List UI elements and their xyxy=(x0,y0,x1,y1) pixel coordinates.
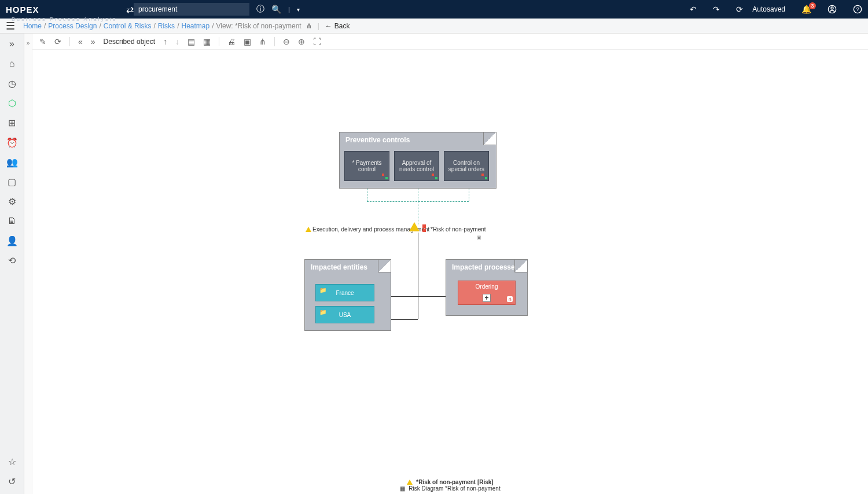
footer: *Risk of non-payment [Risk] ▦ Risk Diagr… xyxy=(32,477,868,494)
footer-title: *Risk of non-payment [Risk] xyxy=(416,479,493,485)
process-icon[interactable]: ⬡ xyxy=(6,97,18,109)
footer-subtitle: Risk Diagram *Risk of non-payment xyxy=(409,485,500,492)
crumb-control-risks[interactable]: Control & Risks xyxy=(104,22,152,30)
entity-label: USA xyxy=(339,312,351,318)
refresh-icon[interactable]: ⟳ xyxy=(736,5,743,14)
print-icon[interactable]: 🖨 xyxy=(227,37,236,46)
connector xyxy=(418,233,418,296)
user-icon[interactable]: 👤 xyxy=(6,235,18,246)
svg-point-1 xyxy=(831,7,833,9)
window-icon[interactable]: ▣ xyxy=(244,37,251,46)
process-ordering[interactable]: Ordering + ⋔ xyxy=(458,281,516,305)
redo-icon[interactable]: ↷ xyxy=(713,5,720,14)
people-icon[interactable]: 👥 xyxy=(6,156,18,168)
app-logo: HOPEX xyxy=(6,5,122,14)
link-icon: ⋔ xyxy=(507,296,513,302)
small-marker: ▣ xyxy=(477,235,481,240)
preventive-controls-group[interactable]: Preventive controls * Payments control A… xyxy=(339,132,496,189)
cycle-icon[interactable]: ⟲ xyxy=(6,255,18,266)
diagram-canvas[interactable]: Preventive controls * Payments control A… xyxy=(32,50,868,477)
chevron-down-icon[interactable]: ▾ xyxy=(297,6,300,13)
app-header: HOPEX Business Process Analysis ⇄ ⓘ 🔍 | … xyxy=(0,0,868,19)
control-special-orders[interactable]: Control on special orders xyxy=(444,151,489,181)
search-input[interactable] xyxy=(134,3,249,16)
search-icon[interactable]: 🔍 xyxy=(271,5,281,14)
diagram-toolbar: ✎ ⟳ « » Described object ↑ ↓ ▤ ▦ 🖨 ▣ ⋔ ⊖… xyxy=(32,34,868,50)
list-icon[interactable]: ▤ xyxy=(187,37,195,46)
info-icon[interactable]: ⓘ xyxy=(256,4,264,14)
help-icon[interactable]: ? xyxy=(853,5,862,14)
fold-corner xyxy=(483,132,496,145)
frame-icon[interactable]: ▢ xyxy=(6,176,18,187)
process-label: Ordering xyxy=(476,283,498,290)
swap-icon[interactable]: ⇄ xyxy=(126,4,134,15)
notification-icon[interactable]: 🔔3 xyxy=(801,5,811,14)
star-icon[interactable]: ☆ xyxy=(6,456,18,467)
folder-icon: 📁 xyxy=(319,309,326,315)
fold-corner xyxy=(378,260,391,272)
connector xyxy=(469,189,469,201)
warning-icon xyxy=(407,480,413,485)
breadcrumb-bar: ☰ Home / Process Design / Control & Risk… xyxy=(0,19,868,34)
share-icon[interactable]: ⋔ xyxy=(306,22,312,30)
risk-label-right[interactable]: *Risk of non-payment xyxy=(431,226,486,233)
panel-collapse[interactable]: » xyxy=(24,34,32,494)
expand-icon[interactable]: + xyxy=(483,294,491,302)
control-approval[interactable]: Approval of needs control xyxy=(394,151,439,181)
described-object-label[interactable]: Described object xyxy=(104,38,155,46)
control-label: * Payments control xyxy=(347,160,387,172)
entity-france[interactable]: 📁 France xyxy=(315,284,374,301)
arrow-up-icon[interactable]: ↑ xyxy=(163,37,167,46)
org-icon[interactable]: ⊞ xyxy=(6,117,18,128)
separator xyxy=(219,37,219,46)
edit-icon[interactable]: ✎ xyxy=(39,37,46,46)
fullscreen-icon[interactable]: ⛶ xyxy=(313,37,321,46)
nav-last-icon[interactable]: » xyxy=(91,37,95,46)
footer-row2: ▦ Risk Diagram *Risk of non-payment xyxy=(400,485,500,492)
footer-row1: *Risk of non-payment [Risk] xyxy=(407,479,493,485)
zoom-out-icon[interactable]: ⊖ xyxy=(283,37,290,46)
user-icon[interactable] xyxy=(827,5,837,14)
status-indicator xyxy=(432,174,437,179)
impacted-entities-group[interactable]: Impacted entities 📁 France 📁 USA xyxy=(304,259,391,331)
status-indicator xyxy=(481,174,487,179)
crumb-sep: / xyxy=(153,22,155,30)
notification-badge: 3 xyxy=(809,2,816,9)
connector xyxy=(418,201,418,224)
autosaved-label: Autosaved xyxy=(752,5,785,13)
home-icon[interactable]: ⌂ xyxy=(6,58,18,69)
impacted-processes-group[interactable]: Impacted processes Ordering + ⋔ xyxy=(446,259,528,316)
crumb-process-design[interactable]: Process Design xyxy=(48,22,97,30)
crumb-heatmap[interactable]: Heatmap xyxy=(181,22,209,30)
crumb-current: View: *Risk of non-payment xyxy=(216,22,301,30)
history-icon[interactable]: ↺ xyxy=(6,475,18,487)
clock-icon[interactable]: ⏰ xyxy=(6,137,18,148)
undo-icon[interactable]: ↶ xyxy=(690,5,697,14)
entity-label: France xyxy=(336,290,354,296)
preventive-title: Preventive controls xyxy=(340,132,496,148)
connector xyxy=(418,296,418,319)
diagram-icon: ▦ xyxy=(400,485,405,492)
back-button[interactable]: ← Back xyxy=(325,22,350,30)
refresh-icon[interactable]: ⟳ xyxy=(54,37,61,46)
entity-usa[interactable]: 📁 USA xyxy=(315,306,374,323)
connector xyxy=(418,189,418,201)
separator xyxy=(69,37,70,46)
grid-icon[interactable]: ▦ xyxy=(203,37,211,46)
app-subtitle: Business Process Analysis xyxy=(12,16,117,22)
share-icon[interactable]: ⋔ xyxy=(259,37,266,46)
risk-text: *Risk of non-payment xyxy=(431,226,486,233)
crumb-risks[interactable]: Risks xyxy=(158,22,175,30)
dashboard-icon[interactable]: ◷ xyxy=(6,78,18,89)
folder-icon: 📁 xyxy=(319,287,326,293)
arrow-down-icon[interactable]: ↓ xyxy=(175,37,179,46)
document-icon[interactable]: 🗎 xyxy=(6,215,18,227)
gear-icon[interactable]: ⚙ xyxy=(6,196,18,207)
crumb-home[interactable]: Home xyxy=(23,22,42,30)
back-label: Back xyxy=(334,22,350,30)
expand-icon[interactable]: » xyxy=(6,38,18,50)
control-label: Control on special orders xyxy=(447,160,486,172)
nav-first-icon[interactable]: « xyxy=(78,37,83,46)
control-payments[interactable]: * Payments control xyxy=(344,151,389,181)
zoom-in-icon[interactable]: ⊕ xyxy=(298,37,305,46)
